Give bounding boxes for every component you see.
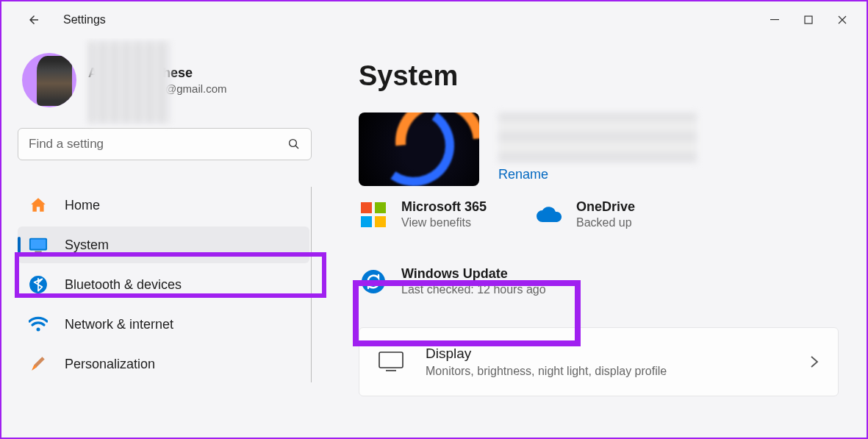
card-onedrive[interactable]: OneDrive Backed up bbox=[534, 199, 681, 229]
card-windows-update[interactable]: Windows Update Last checked: 12 hours ag… bbox=[359, 257, 839, 305]
sidebar: Anoop Varghese xxxxxxxxxxxxxx@gmail.com … bbox=[1, 38, 325, 438]
nav-label: Home bbox=[65, 198, 100, 213]
svg-rect-9 bbox=[361, 202, 372, 213]
home-icon bbox=[28, 195, 49, 215]
svg-rect-6 bbox=[35, 251, 41, 252]
profile-email: xxxxxxxxxxxxxx@gmail.com bbox=[88, 82, 227, 95]
card-title: Windows Update bbox=[401, 266, 546, 282]
svg-rect-14 bbox=[379, 352, 403, 368]
search-icon bbox=[287, 138, 301, 151]
chevron-right-icon bbox=[810, 355, 819, 368]
svg-rect-11 bbox=[361, 216, 372, 227]
nav-bluetooth[interactable]: Bluetooth & devices bbox=[18, 266, 309, 303]
main-panel: System Rename bbox=[325, 38, 867, 438]
device-row: Rename bbox=[359, 113, 839, 186]
back-button[interactable] bbox=[19, 5, 49, 35]
tile-sub: Monitors, brightness, night light, displ… bbox=[426, 365, 786, 378]
card-sub: View benefits bbox=[401, 216, 487, 229]
sync-icon bbox=[359, 267, 388, 296]
cloud-icon bbox=[534, 200, 563, 229]
svg-rect-10 bbox=[375, 202, 386, 213]
microsoft-logo-icon bbox=[359, 200, 388, 229]
window-controls bbox=[758, 8, 859, 32]
nav-label: System bbox=[65, 238, 109, 253]
search-box[interactable] bbox=[18, 128, 312, 160]
svg-point-2 bbox=[290, 140, 297, 147]
svg-rect-12 bbox=[375, 216, 386, 227]
wifi-icon bbox=[28, 314, 49, 335]
nav-label: Bluetooth & devices bbox=[65, 277, 182, 293]
svg-point-8 bbox=[37, 328, 40, 332]
nav-label: Personalization bbox=[65, 357, 155, 372]
svg-rect-1 bbox=[805, 16, 812, 24]
card-title: Microsoft 365 bbox=[401, 199, 487, 215]
card-microsoft365[interactable]: Microsoft 365 View benefits bbox=[359, 199, 506, 229]
search-input[interactable] bbox=[29, 137, 287, 151]
nav-personalization[interactable]: Personalization bbox=[18, 346, 309, 382]
card-sub: Backed up bbox=[576, 216, 635, 229]
nav-home[interactable]: Home bbox=[18, 187, 309, 224]
nav-system[interactable]: System bbox=[18, 226, 309, 263]
card-sub: Last checked: 12 hours ago bbox=[401, 283, 546, 296]
arrow-left-icon bbox=[27, 13, 40, 26]
minimize-icon bbox=[770, 15, 779, 24]
bluetooth-icon bbox=[28, 274, 49, 295]
tile-title: Display bbox=[426, 346, 786, 362]
paintbrush-icon bbox=[28, 354, 49, 374]
svg-point-13 bbox=[362, 270, 385, 293]
rename-link[interactable]: Rename bbox=[498, 167, 548, 182]
nav-list: Home System Bluetooth & devices Network … bbox=[18, 187, 312, 382]
tile-display[interactable]: Display Monitors, brightness, night ligh… bbox=[359, 327, 839, 396]
nav-label: Network & internet bbox=[65, 317, 173, 332]
display-icon bbox=[379, 351, 402, 372]
svg-line-3 bbox=[295, 146, 298, 149]
maximize-icon bbox=[804, 15, 813, 24]
email-redacted bbox=[88, 41, 171, 124]
avatar bbox=[22, 53, 76, 107]
device-name-redacted bbox=[498, 113, 697, 163]
minimize-button[interactable] bbox=[758, 8, 792, 32]
nav-network[interactable]: Network & internet bbox=[18, 306, 309, 343]
svg-rect-0 bbox=[770, 19, 779, 20]
window-title: Settings bbox=[63, 13, 106, 26]
close-button[interactable] bbox=[825, 8, 859, 32]
profile-block[interactable]: Anoop Varghese xxxxxxxxxxxxxx@gmail.com bbox=[18, 53, 312, 107]
titlebar: Settings bbox=[1, 1, 867, 38]
card-title: OneDrive bbox=[576, 199, 635, 215]
maximize-button[interactable] bbox=[792, 8, 825, 32]
close-icon bbox=[838, 15, 847, 24]
page-title: System bbox=[359, 60, 839, 92]
system-icon bbox=[28, 235, 49, 255]
device-thumbnail[interactable] bbox=[359, 113, 479, 186]
svg-rect-5 bbox=[31, 240, 46, 249]
